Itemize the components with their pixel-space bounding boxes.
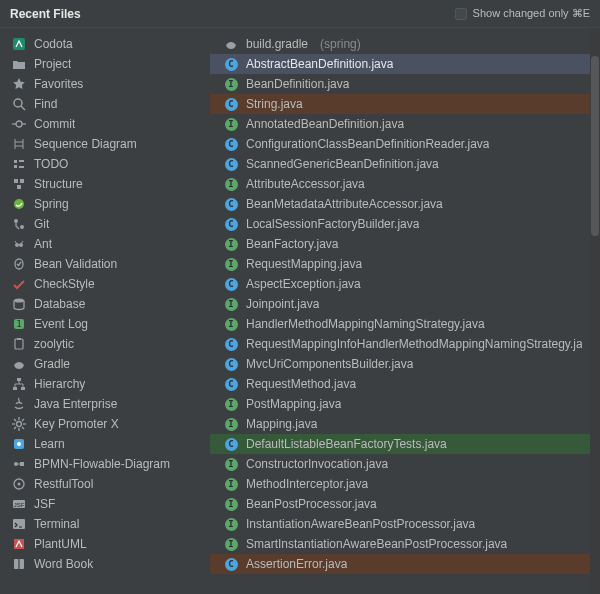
- file-item[interactable]: CAbstractBeanDefinition.java: [210, 54, 590, 74]
- sidebar-item-commit[interactable]: Commit: [0, 114, 210, 134]
- file-item-label: BeanFactory.java: [246, 237, 339, 251]
- file-item[interactable]: IAttributeAccessor.java: [210, 174, 590, 194]
- file-item[interactable]: CLocalSessionFactoryBuilder.java: [210, 214, 590, 234]
- file-item[interactable]: IBeanPostProcessor.java: [210, 494, 590, 514]
- sidebar-item-label: Sequence Diagram: [34, 137, 137, 151]
- sidebar-item-todo[interactable]: TODO: [0, 154, 210, 174]
- file-item[interactable]: IBeanDefinition.java: [210, 74, 590, 94]
- file-item-label: Joinpoint.java: [246, 297, 319, 311]
- file-item[interactable]: IInstantiationAwareBeanPostProcessor.jav…: [210, 514, 590, 534]
- sidebar-item-structure[interactable]: Structure: [0, 174, 210, 194]
- structure-icon: [12, 177, 26, 191]
- sidebar-item-label: Java Enterprise: [34, 397, 117, 411]
- class-icon: C: [224, 97, 238, 111]
- gear-icon: [12, 417, 26, 431]
- sidebar-item-terminal[interactable]: Terminal: [0, 514, 210, 534]
- interface-icon: I: [224, 477, 238, 491]
- sidebar-item-zoolytic[interactable]: zoolytic: [0, 334, 210, 354]
- sidebar-item-ant[interactable]: Ant: [0, 234, 210, 254]
- file-item[interactable]: IMapping.java: [210, 414, 590, 434]
- sidebar-item-codota[interactable]: Codota: [0, 34, 210, 54]
- svg-rect-15: [20, 179, 24, 183]
- sidebar-item-project[interactable]: Project: [0, 54, 210, 74]
- file-item[interactable]: CAssertionError.java: [210, 554, 590, 574]
- file-item[interactable]: CAspectException.java: [210, 274, 590, 294]
- sidebar-item-favorites[interactable]: Favorites: [0, 74, 210, 94]
- toolwindow-list[interactable]: CodotaProjectFavoritesFindCommitSequence…: [0, 28, 210, 594]
- sidebar-item-bean-validation[interactable]: Bean Validation: [0, 254, 210, 274]
- file-item-label: LocalSessionFactoryBuilder.java: [246, 217, 419, 231]
- sidebar-item-hierarchy[interactable]: Hierarchy: [0, 374, 210, 394]
- sidebar-item-label: Structure: [34, 177, 83, 191]
- sidebar-item-learn[interactable]: Learn: [0, 434, 210, 454]
- file-item-label: AttributeAccessor.java: [246, 177, 365, 191]
- sidebar-item-label: TODO: [34, 157, 68, 171]
- svg-point-17: [14, 199, 24, 209]
- file-item-label: build.gradle: [246, 37, 308, 51]
- sidebar-item-label: Commit: [34, 117, 75, 131]
- sidebar-item-restfultool[interactable]: RestfulTool: [0, 474, 210, 494]
- file-item[interactable]: CString.java: [210, 94, 590, 114]
- learn-icon: [12, 437, 26, 451]
- file-item[interactable]: ISmartInstantiationAwareBeanPostProcesso…: [210, 534, 590, 554]
- sidebar-item-word-book[interactable]: Word Book: [0, 554, 210, 574]
- svg-point-43: [17, 442, 21, 446]
- file-item-label: String.java: [246, 97, 303, 111]
- file-item[interactable]: CBeanMetadataAttributeAccessor.java: [210, 194, 590, 214]
- file-item-label: BeanMetadataAttributeAccessor.java: [246, 197, 443, 211]
- sidebar-item-gradle[interactable]: Gradle: [0, 354, 210, 374]
- file-item-label: RequestMappingInfoHandlerMethodMappingNa…: [246, 337, 582, 351]
- file-item[interactable]: IHandlerMethodMappingNamingStrategy.java: [210, 314, 590, 334]
- svg-rect-10: [14, 160, 17, 163]
- scrollbar[interactable]: [590, 28, 600, 594]
- interface-icon: I: [224, 77, 238, 91]
- file-item[interactable]: IConstructorInvocation.java: [210, 454, 590, 474]
- class-icon: C: [224, 197, 238, 211]
- file-item[interactable]: CDefaultListableBeanFactoryTests.java: [210, 434, 590, 454]
- sidebar-item-sequence-diagram[interactable]: Sequence Diagram: [0, 134, 210, 154]
- svg-rect-11: [19, 160, 24, 162]
- file-item[interactable]: IAnnotatedBeanDefinition.java: [210, 114, 590, 134]
- svg-point-3: [16, 121, 22, 127]
- sidebar-item-checkstyle[interactable]: CheckStyle: [0, 274, 210, 294]
- svg-point-48: [18, 483, 21, 486]
- file-item[interactable]: IBeanFactory.java: [210, 234, 590, 254]
- todo-icon: [12, 157, 26, 171]
- svg-line-41: [14, 427, 16, 429]
- sidebar-item-key-promoter-x[interactable]: Key Promoter X: [0, 414, 210, 434]
- sidebar-item-find[interactable]: Find: [0, 94, 210, 114]
- file-item[interactable]: build.gradle(spring): [210, 34, 590, 54]
- file-item[interactable]: IRequestMapping.java: [210, 254, 590, 274]
- sidebar-item-database[interactable]: Database: [0, 294, 210, 314]
- file-item[interactable]: CRequestMappingInfoHandlerMethodMappingN…: [210, 334, 590, 354]
- sidebar-item-jsf[interactable]: JSFJSF: [0, 494, 210, 514]
- sidebar-item-spring[interactable]: Spring: [0, 194, 210, 214]
- recent-files-list[interactable]: build.gradle(spring)CAbstractBeanDefinit…: [210, 28, 590, 594]
- rest-icon: [12, 477, 26, 491]
- wordbook-icon: [12, 557, 26, 571]
- bpmn-icon: [12, 457, 26, 471]
- file-item[interactable]: IPostMapping.java: [210, 394, 590, 414]
- sidebar-item-bpmn-flowable-diagram[interactable]: BPMN-Flowable-Diagram: [0, 454, 210, 474]
- interface-icon: I: [224, 457, 238, 471]
- file-item[interactable]: CRequestMethod.java: [210, 374, 590, 394]
- file-item[interactable]: CMvcUriComponentsBuilder.java: [210, 354, 590, 374]
- sidebar-item-plantuml[interactable]: PlantUML: [0, 534, 210, 554]
- file-item-label: MvcUriComponentsBuilder.java: [246, 357, 413, 371]
- scrollbar-thumb[interactable]: [591, 56, 599, 236]
- svg-rect-13: [19, 166, 24, 168]
- sidebar-item-git[interactable]: Git: [0, 214, 210, 234]
- git-icon: [12, 217, 26, 231]
- sequence-icon: [12, 137, 26, 151]
- file-item[interactable]: IJoinpoint.java: [210, 294, 590, 314]
- sidebar-item-label: Database: [34, 297, 85, 311]
- sidebar-item-event-log[interactable]: 1Event Log: [0, 314, 210, 334]
- sidebar-item-label: Bean Validation: [34, 257, 117, 271]
- file-item[interactable]: CConfigurationClassBeanDefinitionReader.…: [210, 134, 590, 154]
- file-item[interactable]: IMethodInterceptor.java: [210, 474, 590, 494]
- file-item-label: DefaultListableBeanFactoryTests.java: [246, 437, 447, 451]
- show-changed-only-checkbox[interactable]: Show changed only ⌘E: [455, 7, 590, 20]
- sidebar-item-java-enterprise[interactable]: Java Enterprise: [0, 394, 210, 414]
- popup-body: CodotaProjectFavoritesFindCommitSequence…: [0, 28, 600, 594]
- file-item[interactable]: CScannedGenericBeanDefinition.java: [210, 154, 590, 174]
